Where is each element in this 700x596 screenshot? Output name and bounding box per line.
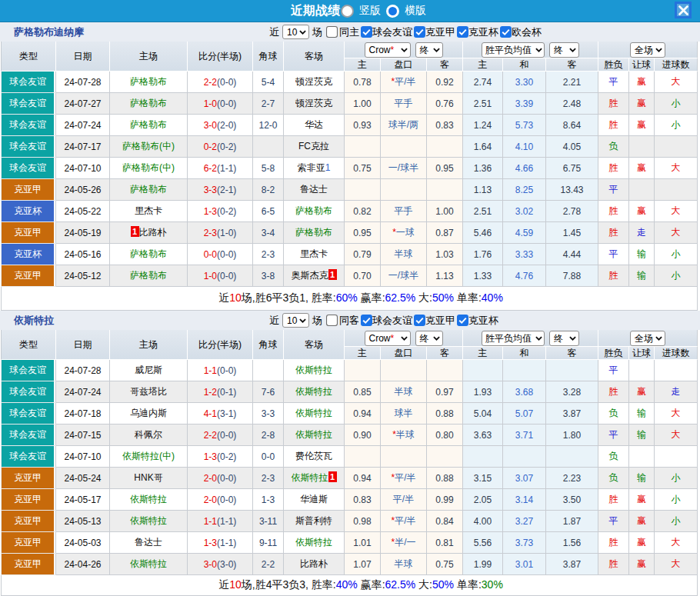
sub-header-5: 客 [546,347,598,360]
result-select-0[interactable]: 全场 [630,42,665,58]
asia-handicap-cell: 半球 [381,381,427,403]
europe-odds-select-1[interactable]: 终 [549,331,579,346]
asia-odds-select-1[interactable]: 终 [415,42,443,58]
radio-unselected-icon[interactable] [386,5,399,18]
europe-odds-select-0[interactable]: 胜平负均值 [482,331,545,346]
match-row: 克亚甲24-04-26依斯特拉3-0(3-0)2-2比路朴1.07半球0.751… [1,554,698,575]
summary-row: 近10场,胜6平3负1, 胜率:60% 赢率:62.5% 大:50% 单率:40… [1,287,698,311]
competition-checkbox-1-checked-icon[interactable] [414,315,425,326]
europe-odds-select-1[interactable]: 终 [549,42,579,58]
thead-structural: 类型日期主场比分(半场)角球客场Crow*终胜平负均值终全场主盘口客主和客胜负让… [1,330,698,360]
summary-row: 近10场,胜4平3负3, 胜率:40% 赢率:62.5% 大:50% 单率:30… [1,575,698,596]
competition-checkbox-1-checked-icon[interactable] [414,26,425,38]
europe-home-odds-cell: 5.04 [463,403,503,425]
asia-odds-select-0[interactable]: Crow* [365,331,411,346]
competition-label-1[interactable]: 克亚甲 [425,25,455,39]
halftime-score: (2-1) [217,185,236,195]
europe-away-odds-cell: 2.48 [546,93,598,115]
radio-label-vertical[interactable]: 竖版 [359,4,381,18]
asia-odds-select-1[interactable]: 终 [415,331,443,346]
score-cell: 1-2(0-1) [188,381,253,403]
europe-draw-odds-cell: 3.07 [503,468,546,489]
competition-checkbox-0-checked-icon[interactable] [361,26,372,38]
halftime-score: (0-2) [217,142,236,152]
sub-header-3: 主 [463,58,503,72]
result-goals-cell: 大 [655,532,698,554]
home-team-name: HNK哥 [134,472,162,483]
match-type-cell: 克亚甲 [1,222,56,244]
match-type-badge: 球会友谊 [2,403,54,424]
competition-checkbox-0-checked-icon[interactable] [361,315,372,326]
score-cell: 1-0(0-0) [188,93,253,115]
result-goals-cell [655,446,698,468]
competition-label-2[interactable]: 克亚杯 [468,314,498,328]
result-handicap-cell: 赢 [629,201,655,222]
home-team-name: 萨格勒布 [130,76,167,87]
europe-draw-odds-cell: 3.01 [503,554,546,575]
radio-label-horizontal[interactable]: 横版 [405,4,426,18]
asia-handicap-cell: 平/半 [381,489,427,511]
result-select-cell: 全场 [598,42,698,58]
home-team-name: 萨格勒布 [130,184,167,195]
home-team-name: 依斯特拉 [130,558,167,569]
europe-home-odds-cell: 1.93 [463,381,503,403]
same-venue-label[interactable]: 同客 [339,314,359,328]
home-team-cell: 里杰卡 [110,201,188,222]
match-row: 克亚杯24-05-22里杰卡1-3(0-2)6-5萨格勒布0.82平手1.002… [1,201,698,222]
match-type-badge: 球会友谊 [2,115,54,135]
asia-handicap-cell: 一/球半 [381,265,427,287]
asia-home-odds-cell [345,179,381,201]
chevron-down-icon [655,48,662,52]
match-row: 球会友谊24-07-10萨格勒布(中)6-2(1-1)5-8索非亚10.75一/… [1,158,698,179]
score-cell: 1-3(1-1) [188,532,253,554]
asia-handicap-cell: 一/球半 [381,158,427,179]
home-team-name: 比路朴 [139,227,167,238]
close-button[interactable] [675,2,692,18]
match-type-cell: 球会友谊 [1,158,56,179]
result-wdl-cell: 胜 [598,222,629,244]
competition-checkbox-2-checked-icon[interactable] [457,315,468,326]
asia-odds-select-0[interactable]: Crow* [365,42,411,58]
europe-home-odds-cell [463,446,503,468]
games-count-select[interactable]: 10 [282,25,309,39]
competition-label-1[interactable]: 克亚甲 [425,314,455,328]
competition-label-3[interactable]: 欧会杯 [512,25,542,39]
date-cell: 24-05-16 [56,244,110,265]
match-type-badge: 球会友谊 [2,381,54,402]
competition-checkbox-2-checked-icon[interactable] [457,26,468,38]
score-cell: 2-0(0-0) [188,468,253,489]
asia-handicap-cell: *一球 [381,222,427,244]
handicap-name: 球半/两 [388,119,418,130]
result-handicap-cell: 赢 [629,511,655,532]
asia-handicap-cell: 半球 [381,554,427,575]
corner-cell: 2-3 [253,468,284,489]
date-cell: 24-07-10 [56,446,110,468]
europe-odds-select-0[interactable]: 胜平负均值 [482,42,545,58]
same-venue-checkbox-unchecked-icon[interactable] [326,315,338,326]
col-header-2: 主场 [110,330,188,360]
competition-label-0[interactable]: 球会友谊 [372,314,412,328]
match-row: 克亚甲24-05-03鲁达士1-3(1-1)9-11依斯特拉1.01*半/一0.… [1,532,698,554]
same-venue-checkbox-unchecked-icon[interactable] [326,26,338,38]
away-team-cell: 顿涅茨克 [284,72,345,93]
same-venue-label[interactable]: 同主 [339,25,359,39]
competition-label-2[interactable]: 克亚杯 [468,25,498,39]
summary-part: 大: [415,578,432,591]
games-count-select-value: 10 [287,27,297,38]
radio-selected-icon[interactable] [341,5,354,18]
away-team-cell: 奥斯杰克1 [284,265,345,287]
halftime-score: (1-0) [217,228,236,238]
competition-checkbox-3-checked-icon[interactable] [500,26,512,38]
asia-handicap-cell: *平/半 [381,72,427,93]
competition-label-0[interactable]: 球会友谊 [372,25,412,39]
games-count-select[interactable]: 10 [282,313,309,328]
sub-header-7: 让球 [629,347,655,360]
summary-cell: 近10场,胜4平3负3, 胜率:40% 赢率:62.5% 大:50% 单率:30… [1,575,698,596]
europe-draw-odds-cell: 4.59 [503,222,546,244]
asia-handicap-cell [381,179,427,201]
result-goals-cell: 大 [655,403,698,425]
score-cell: 3-0(3-0) [188,554,253,575]
summary-part: 10 [229,291,242,304]
result-select-0[interactable]: 全场 [630,331,665,346]
match-type-badge: 克亚甲 [2,179,54,200]
